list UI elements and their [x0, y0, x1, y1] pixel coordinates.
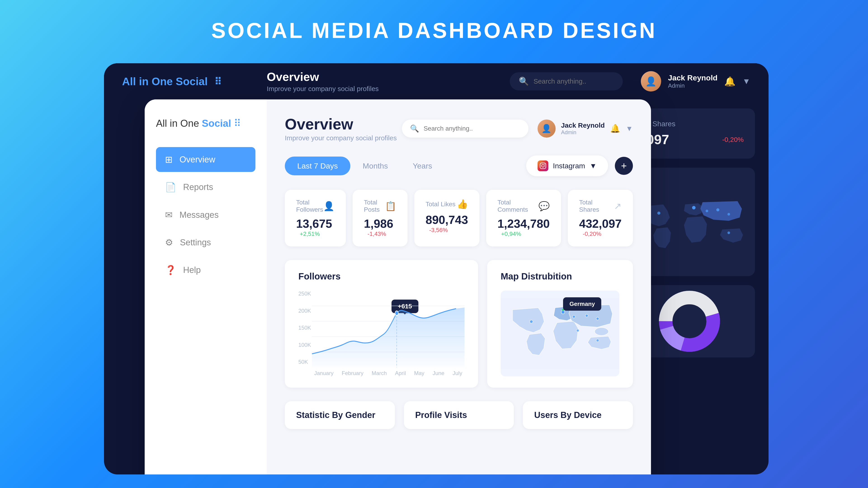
svg-point-25	[596, 339, 599, 342]
outer-bell-icon[interactable]: 🔔	[724, 76, 736, 87]
outer-avatar: 👤	[641, 71, 661, 92]
top-bar: Overview Improve your company social pro…	[285, 115, 633, 142]
stat-card-followers: Total Followers 👤 13,675 +2,51%	[285, 190, 346, 247]
user-info: Jack Reynold Admin	[561, 122, 604, 135]
svg-point-24	[530, 320, 533, 323]
settings-icon: ⚙	[165, 237, 173, 248]
svg-point-6	[727, 232, 730, 234]
tab-years[interactable]: Years	[400, 157, 445, 175]
outer-search-input[interactable]	[533, 77, 619, 85]
sidebar-item-messages[interactable]: ✉ Messages	[156, 202, 255, 227]
y-axis-labels: 250K 200K 150K 100K 50K	[298, 291, 311, 367]
platform-dropdown[interactable]: Instagram ▼	[526, 156, 608, 176]
sidebar-item-help[interactable]: ❓ Help	[156, 258, 255, 283]
outer-page-title-section: Overview Improve your company social pro…	[267, 70, 492, 93]
search-input[interactable]	[424, 125, 520, 132]
likes-icon: 👍	[457, 199, 468, 209]
shares-icon: ↗	[614, 201, 622, 211]
sidebar-item-reports[interactable]: 📄 Reports	[156, 175, 255, 200]
outer-search-icon: 🔍	[519, 76, 529, 86]
map-tooltip: Germany	[563, 297, 601, 311]
svg-point-23	[596, 317, 599, 320]
x-axis-labels: January February March April May June Ju…	[312, 370, 465, 377]
svg-point-22	[585, 314, 588, 317]
svg-point-21	[572, 315, 575, 318]
reports-icon: 📄	[165, 182, 176, 193]
outer-user-area: 👤 Jack Reynold Admin 🔔 ▼	[641, 71, 750, 92]
stat-card-shares: Total Shares ↗ 432,097 -0,20%	[568, 190, 633, 247]
bell-icon[interactable]: 🔔	[610, 124, 620, 133]
svg-point-26	[577, 329, 579, 332]
sidebar-item-overview[interactable]: ⊞ Overview	[156, 147, 255, 172]
instagram-icon	[537, 160, 548, 171]
overview-icon: ⊞	[165, 154, 173, 165]
outer-logo: All in One Social ⠿	[122, 75, 221, 88]
followers-icon: 👤	[323, 201, 335, 212]
search-bar[interactable]: 🔍	[402, 120, 528, 138]
inner-card: All in One Social ⠿ ⊞ Overview 📄 Reports…	[145, 99, 651, 475]
svg-point-16	[395, 311, 399, 315]
sidebar: All in One Social ⠿ ⊞ Overview 📄 Reports…	[145, 99, 267, 475]
platform-chevron-icon: ▼	[590, 162, 597, 170]
statistic-gender-card: Statistic By Gender	[285, 401, 395, 429]
main-content: Overview Improve your company social pro…	[267, 99, 651, 475]
sidebar-logo-icon: ⠿	[234, 118, 241, 129]
svg-point-1	[692, 206, 695, 209]
sidebar-item-settings[interactable]: ⚙ Settings	[156, 230, 255, 255]
outer-user-info: Jack Reynold Admin	[668, 73, 717, 89]
svg-point-18	[595, 328, 609, 335]
line-chart-svg	[312, 291, 465, 367]
stat-card-posts: Total Posts 📋 1,986 -1,43%	[352, 190, 408, 247]
svg-point-19	[561, 311, 565, 314]
page-title: SOCIAL MEDIA DASHBOARD DESIGN	[0, 0, 868, 57]
outer-header: All in One Social ⠿ Overview Improve you…	[104, 63, 769, 99]
profile-visits-card: Profile Visits	[404, 401, 514, 429]
followers-chart-card: Followers +615 250K 200K 150K 100K 50K	[285, 260, 478, 388]
logo-icon: ⠿	[214, 76, 221, 87]
help-icon: ❓	[165, 265, 176, 275]
platform-selector: Instagram ▼ +	[526, 156, 633, 176]
outer-chevron-icon[interactable]: ▼	[742, 76, 750, 86]
tab-last7days[interactable]: Last 7 Days	[285, 157, 350, 175]
tab-months[interactable]: Months	[350, 157, 401, 175]
line-chart-container: +615 250K 200K 150K 100K 50K	[298, 291, 465, 377]
avatar: 👤	[537, 120, 556, 138]
svg-point-2	[706, 210, 708, 213]
svg-point-5	[657, 212, 660, 215]
outer-card: All in One Social ⠿ Overview Improve you…	[104, 63, 769, 475]
stat-card-likes: Total Likes 👍 890,743 -3,56%	[414, 190, 479, 247]
map-chart-card: Map Distrubition Germany	[487, 260, 633, 388]
add-platform-button[interactable]: +	[615, 157, 633, 175]
outer-search-bar[interactable]: 🔍	[510, 72, 623, 90]
stats-row: Total Followers 👤 13,675 +2,51% Total Po…	[285, 190, 633, 247]
map-container: Germany	[501, 291, 619, 377]
users-device-card: Users By Device	[523, 401, 633, 429]
stat-card-comments: Total Comments 💬 1,234,780 +0,94%	[486, 190, 561, 247]
charts-row: Followers +615 250K 200K 150K 100K 50K	[285, 260, 633, 388]
search-icon: 🔍	[410, 124, 419, 133]
page-heading: Overview Improve your company social pro…	[285, 115, 397, 142]
messages-icon: ✉	[165, 210, 173, 220]
svg-point-3	[716, 208, 719, 212]
time-tabs: Last 7 Days Months Years Instagram ▼ +	[285, 156, 633, 176]
sidebar-logo: All in One Social ⠿	[156, 118, 255, 129]
svg-point-4	[727, 213, 730, 216]
comments-icon: 💬	[538, 201, 550, 212]
chevron-down-icon[interactable]: ▼	[626, 125, 633, 133]
world-map-svg	[501, 291, 619, 377]
user-card: 👤 Jack Reynold Admin 🔔 ▼	[537, 120, 633, 138]
top-bar-right: 🔍 👤 Jack Reynold Admin 🔔 ▼	[402, 120, 633, 138]
posts-icon: 📋	[385, 201, 396, 212]
bottom-labels: Statistic By Gender Profile Visits Users…	[285, 401, 633, 429]
